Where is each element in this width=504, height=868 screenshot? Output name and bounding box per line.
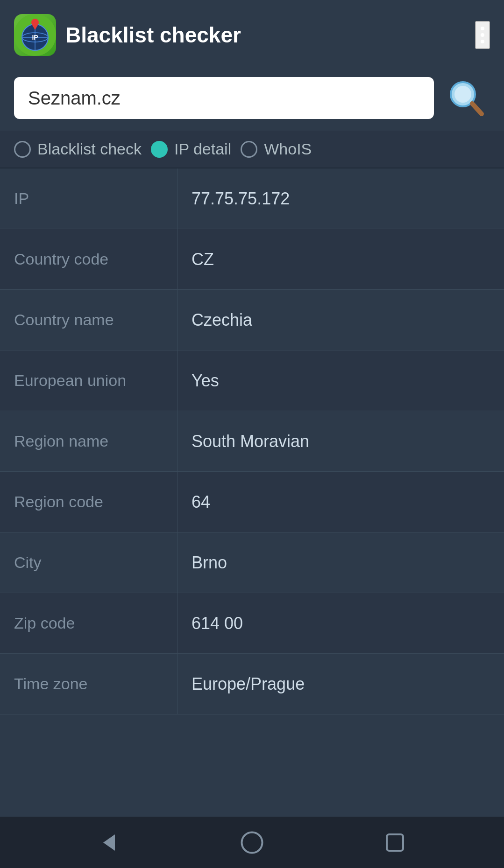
row-label-timezone: Time zone xyxy=(0,654,177,714)
tab-whois-label: WhoIS xyxy=(264,140,312,158)
app-title: Blacklist checker xyxy=(65,22,241,48)
menu-dot-3 xyxy=(481,40,484,43)
menu-dot-2 xyxy=(481,33,484,37)
row-value-city: Brno xyxy=(177,532,504,593)
table-row: Country code CZ xyxy=(0,229,504,290)
row-value-country-code: CZ xyxy=(177,229,504,289)
table-row: Country name Czechia xyxy=(0,290,504,350)
row-value-region-code: 64 xyxy=(177,472,504,532)
menu-button[interactable] xyxy=(475,21,490,49)
row-value-zip-code: 614 00 xyxy=(177,593,504,653)
tab-whois[interactable]: WhoIS xyxy=(241,140,312,158)
tab-blacklist-check[interactable]: Blacklist check xyxy=(14,140,142,158)
row-value-timezone: Europe/Prague xyxy=(177,654,504,714)
recents-icon xyxy=(382,830,408,855)
table-row: Region code 64 xyxy=(0,472,504,532)
table-row: IP 77.75.75.172 xyxy=(0,168,504,229)
radio-whois xyxy=(241,141,257,158)
row-value-ip: 77.75.75.172 xyxy=(177,168,504,229)
back-button[interactable] xyxy=(96,830,122,855)
row-label-ip: IP xyxy=(0,168,177,229)
detail-table: IP 77.75.75.172 Country code CZ Country … xyxy=(0,168,504,817)
recents-button[interactable] xyxy=(382,830,408,855)
table-row: Zip code 614 00 xyxy=(0,593,504,654)
back-icon xyxy=(96,830,122,855)
svg-marker-11 xyxy=(103,834,115,851)
table-row: European union Yes xyxy=(0,350,504,411)
tab-ip-detail[interactable]: IP detail xyxy=(151,140,231,158)
svg-line-10 xyxy=(472,104,482,114)
home-icon xyxy=(239,830,265,855)
search-input[interactable] xyxy=(14,77,434,119)
row-label-country-name: Country name xyxy=(0,290,177,350)
app-header: IP Blacklist checker xyxy=(0,0,504,65)
row-label-region-code: Region code xyxy=(0,472,177,532)
row-label-region-name: Region name xyxy=(0,411,177,471)
row-label-zip-code: Zip code xyxy=(0,593,177,653)
row-value-eu: Yes xyxy=(177,350,504,411)
header-left: IP Blacklist checker xyxy=(14,14,241,56)
bottom-nav xyxy=(0,817,504,868)
table-row: City Brno xyxy=(0,532,504,593)
row-label-city: City xyxy=(0,532,177,593)
svg-rect-13 xyxy=(387,834,403,851)
home-button[interactable] xyxy=(239,830,265,855)
row-value-region-name: South Moravian xyxy=(177,411,504,471)
tab-blacklist-label: Blacklist check xyxy=(37,140,142,158)
app-logo-icon: IP xyxy=(14,14,56,56)
search-container xyxy=(0,65,504,131)
row-label-eu: European union xyxy=(0,350,177,411)
radio-ip-detail xyxy=(151,141,168,158)
svg-text:IP: IP xyxy=(32,34,38,41)
svg-point-9 xyxy=(454,86,471,103)
svg-point-12 xyxy=(241,832,262,853)
tab-ip-detail-label: IP detail xyxy=(174,140,231,158)
row-label-country-code: Country code xyxy=(0,229,177,289)
search-button[interactable] xyxy=(443,75,490,121)
tabs-container: Blacklist check IP detail WhoIS xyxy=(0,131,504,168)
table-row: Region name South Moravian xyxy=(0,411,504,472)
row-value-country-name: Czechia xyxy=(177,290,504,350)
app-icon: IP xyxy=(14,14,56,56)
menu-dot-1 xyxy=(481,27,484,30)
radio-blacklist xyxy=(14,141,31,158)
table-row: Time zone Europe/Prague xyxy=(0,654,504,714)
search-icon xyxy=(448,79,485,117)
